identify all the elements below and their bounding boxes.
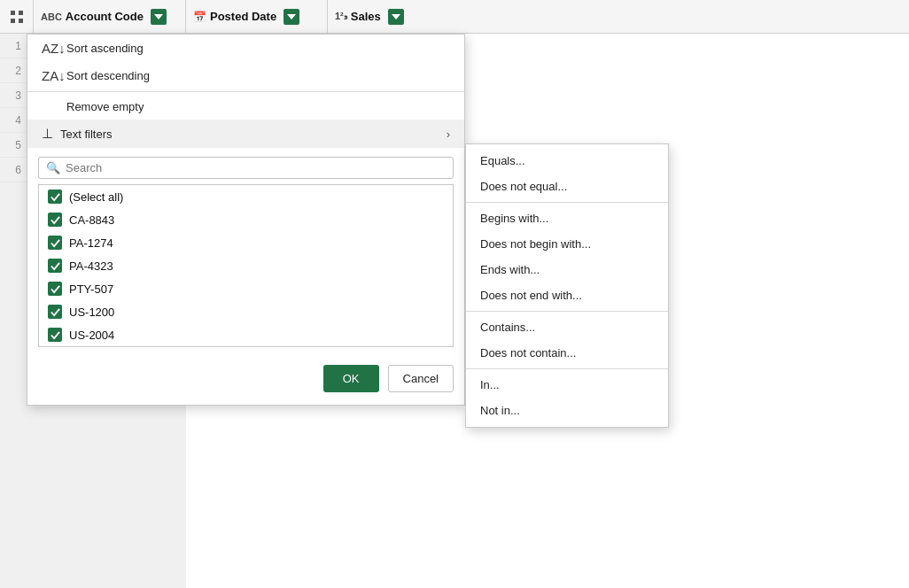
action-buttons: OK Cancel — [27, 356, 464, 405]
funnel-icon: ⊥ — [42, 126, 53, 142]
submenu-separator — [466, 368, 668, 369]
submenu-item[interactable]: Begins with... — [466, 205, 668, 231]
grid-icon — [10, 10, 24, 24]
checkbox-label: PA-1274 — [69, 236, 113, 250]
checkbox-item[interactable]: PA-4323 — [39, 254, 453, 277]
row-number: 4 — [7, 114, 21, 127]
checkbox-label: US-1200 — [69, 306, 114, 319]
row-number: 5 — [7, 139, 21, 151]
search-input[interactable] — [66, 161, 446, 174]
checkbox-item[interactable]: PTY-507 — [39, 277, 453, 300]
checkbox — [48, 305, 62, 319]
checkbox-label: PTY-507 — [69, 282, 113, 296]
submenu-separator — [466, 202, 668, 203]
posted-date-label: Posted Date — [210, 10, 276, 23]
row-number: 1 — [7, 40, 21, 52]
grid-icon-cell — [0, 0, 34, 33]
svg-rect-1 — [19, 11, 23, 15]
sort-ascending-item[interactable]: AZ↓ Sort ascending — [27, 35, 464, 62]
text-filters-submenu: Equals...Does not equal...Begins with...… — [465, 143, 669, 428]
row-number: 3 — [7, 89, 21, 102]
checkbox-item[interactable]: US-2004 — [39, 323, 453, 346]
checkbox-list: (Select all) CA-8843 PA-1274 PA-4323 PTY… — [38, 184, 454, 347]
separator-1 — [27, 91, 464, 92]
checkbox — [48, 282, 62, 296]
checkbox — [48, 190, 62, 204]
checkbox — [48, 213, 62, 227]
account-code-dropdown-btn[interactable] — [151, 9, 167, 25]
svg-rect-0 — [11, 11, 15, 15]
svg-rect-3 — [19, 19, 23, 23]
cancel-button[interactable]: Cancel — [388, 365, 454, 392]
account-code-label: Account Code — [66, 10, 144, 23]
table-header-bar: ABC Account Code 📅 Posted Date 1²₃ Sales — [0, 0, 909, 34]
sales-label: Sales — [351, 10, 381, 23]
posted-date-type-icon: 📅 — [193, 11, 206, 23]
checkbox-item[interactable]: PA-1274 — [39, 231, 453, 254]
checkbox-item[interactable]: CA-8843 — [39, 208, 453, 231]
checkbox-label: CA-8843 — [69, 213, 114, 227]
submenu-item[interactable]: Does not equal... — [466, 174, 668, 199]
row-number: 2 — [7, 65, 21, 77]
checkbox — [48, 328, 62, 342]
svg-rect-2 — [11, 19, 15, 23]
sort-descending-item[interactable]: ZA↓ Sort descending — [27, 62, 464, 89]
checkbox-label: PA-4323 — [69, 259, 113, 273]
remove-empty-item[interactable]: Remove empty — [27, 94, 464, 120]
submenu-item[interactable]: In... — [466, 372, 668, 398]
checkbox-item[interactable]: US-1200 — [39, 300, 453, 323]
sales-dropdown-btn[interactable] — [388, 9, 404, 25]
sort-descending-label: Sort descending — [66, 69, 150, 82]
ok-button[interactable]: OK — [323, 365, 379, 392]
text-filters-label: Text filters — [60, 128, 113, 141]
filter-dropdown-panel: AZ↓ Sort ascending ZA↓ Sort descending R… — [27, 34, 465, 406]
sort-ascending-label: Sort ascending — [66, 42, 144, 55]
chevron-right-icon: › — [447, 128, 450, 141]
submenu-item[interactable]: Does not end with... — [466, 282, 668, 308]
submenu-item[interactable]: Equals... — [466, 148, 668, 174]
search-input-wrap: 🔍 — [38, 157, 454, 179]
sales-header: 1²₃ Sales — [328, 0, 434, 33]
text-filters-left: ⊥ Text filters — [42, 126, 113, 142]
submenu-item[interactable]: Does not begin with... — [466, 231, 668, 257]
row-number: 6 — [7, 164, 21, 176]
submenu-separator — [466, 311, 668, 312]
text-filters-item[interactable]: ⊥ Text filters › — [27, 120, 464, 148]
submenu-item[interactable]: Contains... — [466, 314, 668, 340]
posted-date-dropdown-btn[interactable] — [284, 9, 299, 25]
search-container: 🔍 — [27, 148, 464, 184]
posted-date-header: 📅 Posted Date — [186, 0, 328, 33]
sort-ascending-icon: AZ↓ — [42, 41, 59, 56]
sales-type-icon: 1²₃ — [335, 11, 347, 22]
submenu-item[interactable]: Ends with... — [466, 257, 668, 282]
account-code-type-icon: ABC — [41, 12, 62, 22]
checkbox-label: (Select all) — [69, 190, 123, 204]
submenu-item[interactable]: Not in... — [466, 398, 668, 423]
submenu-item[interactable]: Does not contain... — [466, 340, 668, 366]
search-icon: 🔍 — [46, 161, 60, 174]
account-code-header: ABC Account Code — [34, 0, 186, 33]
checkbox-item[interactable]: (Select all) — [39, 185, 453, 208]
checkbox — [48, 259, 62, 273]
checkbox — [48, 236, 62, 250]
remove-empty-label: Remove empty — [66, 100, 144, 113]
sort-descending-icon: ZA↓ — [42, 68, 59, 83]
checkbox-label: US-2004 — [69, 329, 114, 342]
